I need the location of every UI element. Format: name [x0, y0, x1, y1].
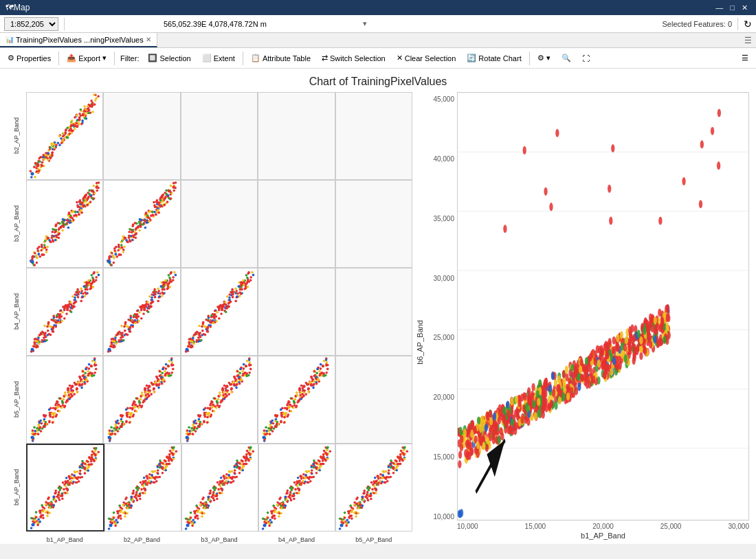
x-label-b3: b3_AP_Band: [201, 536, 237, 543]
svg-point-705: [643, 326, 646, 334]
address-bar: 1:852,205 565,052.39E 4,078,478.72N m ▾ …: [0, 15, 756, 33]
svg-point-810: [459, 426, 463, 435]
svg-point-786: [649, 341, 652, 349]
svg-point-819: [718, 109, 721, 117]
title-bar-close[interactable]: ✕: [739, 1, 751, 14]
svg-point-755: [624, 354, 627, 363]
svg-point-797: [467, 423, 471, 431]
svg-point-806: [515, 396, 518, 404]
svg-point-658: [665, 314, 669, 322]
svg-point-694: [531, 383, 535, 391]
svg-point-342: [630, 324, 634, 332]
svg-point-716: [458, 460, 461, 468]
svg-point-808: [507, 409, 510, 418]
properties-btn[interactable]: ⚙ Properties: [3, 50, 56, 67]
svg-point-572: [524, 415, 527, 424]
svg-point-787: [550, 400, 553, 408]
title-bar-icon: 🗺: [5, 3, 14, 12]
cell-r3-c0: [26, 356, 103, 444]
layer-icon: 📊: [5, 36, 14, 43]
svg-point-765: [463, 429, 467, 437]
title-bar: 🗺 Map — □ ✕: [0, 0, 756, 15]
svg-point-801: [536, 390, 540, 398]
cell-r4-c1: [104, 444, 181, 532]
title-bar-title: Map: [14, 3, 713, 12]
cell-r2-c0: [26, 268, 103, 356]
cell-r4-c2: [181, 444, 258, 532]
extent-btn[interactable]: ⬜ Extent: [197, 50, 240, 67]
attribute-table-icon: 📋: [251, 54, 260, 62]
svg-point-567: [524, 393, 527, 401]
refresh-btn[interactable]: ↻: [744, 19, 752, 30]
y-label-b3: b3_AP_Band: [12, 204, 21, 243]
big-chart-plot-area: [457, 92, 749, 521]
export-btn[interactable]: 📤 Export ▾: [62, 50, 111, 67]
coords-dropdown[interactable]: ▾: [363, 19, 367, 28]
title-bar-maximize[interactable]: □: [727, 1, 737, 14]
svg-point-735: [509, 426, 512, 434]
svg-point-605: [585, 357, 588, 365]
svg-point-822: [682, 177, 685, 185]
zoom-in-btn[interactable]: 🔍: [557, 50, 576, 67]
svg-point-741: [498, 409, 501, 417]
svg-point-803: [513, 422, 516, 431]
more-btn[interactable]: ⚙ ▾: [533, 50, 555, 67]
svg-point-459: [608, 340, 611, 348]
svg-point-690: [650, 324, 654, 332]
svg-point-709: [537, 409, 541, 418]
svg-point-809: [493, 412, 496, 420]
svg-point-795: [478, 435, 482, 443]
svg-point-804: [579, 365, 582, 374]
svg-point-667: [486, 437, 489, 445]
cell-r3-c3: [258, 356, 335, 444]
y-label-b6: b6_AP_Band: [12, 468, 21, 507]
svg-point-710: [534, 412, 537, 420]
svg-point-737: [601, 360, 605, 368]
svg-point-600: [577, 383, 581, 391]
svg-point-781: [526, 404, 529, 413]
svg-point-739: [658, 308, 661, 317]
cell-r4-c0-selected[interactable]: [26, 444, 104, 532]
layer-tab-bar: 📊 TrainingPixelValues ...ningPixelValues…: [0, 33, 756, 48]
y-tick-35000: 35,000: [433, 215, 454, 223]
scale-select[interactable]: 1:852,205: [4, 17, 58, 31]
title-bar-minimize[interactable]: —: [713, 1, 726, 14]
svg-point-743: [502, 407, 506, 415]
menu-btn[interactable]: ☰: [737, 50, 753, 67]
svg-point-821: [549, 203, 553, 211]
rotate-chart-btn[interactable]: 🔄 Rotate Chart: [462, 50, 526, 67]
svg-point-805: [494, 426, 498, 434]
svg-point-10: [458, 510, 462, 518]
svg-point-747: [599, 352, 603, 361]
clear-selection-btn[interactable]: ✕ Clear Selection: [392, 50, 461, 67]
attribute-table-btn[interactable]: 📋 Attribute Table: [246, 50, 315, 67]
toolbar: ⚙ Properties 📤 Export ▾ Filter: 🔲 Select…: [0, 48, 756, 69]
export-dropdown-icon: ▾: [102, 54, 107, 62]
cell-r1-c1: [103, 180, 180, 268]
svg-point-711: [613, 346, 616, 354]
cell-r0-c4: [335, 92, 412, 180]
svg-point-799: [570, 387, 573, 395]
svg-point-812: [700, 140, 704, 148]
y-tick-25000: 25,000: [433, 334, 454, 341]
cell-r1-c0: [26, 180, 103, 268]
full-extent-btn[interactable]: ⛶: [577, 50, 594, 67]
cell-r0-c1: [103, 92, 180, 180]
y-tick-20000: 20,000: [433, 393, 454, 401]
svg-point-777: [592, 376, 595, 384]
x-tick-20000: 20,000: [592, 523, 614, 530]
cell-r4-c3: [258, 444, 335, 532]
switch-selection-btn[interactable]: ⇄ Switch Selection: [317, 50, 390, 67]
cell-r3-c1: [103, 356, 180, 444]
big-chart-svg: [458, 93, 748, 520]
layer-tab-training[interactable]: 📊 TrainingPixelValues ...ningPixelValues…: [0, 33, 157, 47]
y-tick-15000: 15,000: [433, 453, 454, 461]
svg-point-796: [520, 415, 524, 424]
tab-menu-btn[interactable]: ☰: [740, 33, 756, 47]
cell-r3-c4: [335, 356, 412, 444]
svg-point-818: [608, 185, 611, 193]
cell-r2-c4: [335, 268, 412, 356]
svg-point-629: [552, 389, 555, 397]
selection-btn[interactable]: 🔲 Selection: [143, 50, 195, 67]
layer-tab-close[interactable]: ✕: [146, 36, 151, 43]
